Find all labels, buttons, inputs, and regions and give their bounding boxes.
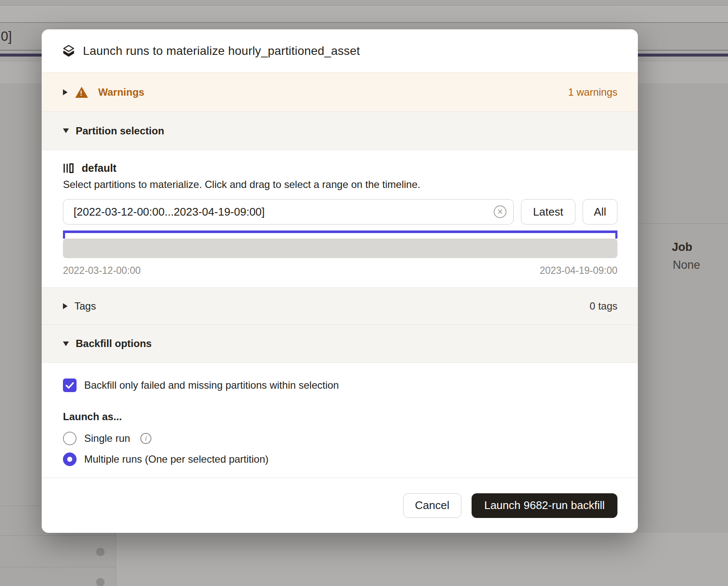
chevron-down-icon xyxy=(63,341,69,346)
partition-range-field: ✕ xyxy=(63,199,514,225)
warning-icon xyxy=(75,87,88,98)
launch-as-label: Launch as... xyxy=(63,411,617,423)
partition-selection-body: default Select partitions to materialize… xyxy=(42,150,638,287)
clear-selection-icon[interactable]: ✕ xyxy=(494,205,506,218)
partition-range-input[interactable] xyxy=(74,205,488,219)
tags-count: 0 tags xyxy=(590,300,617,312)
dialog-footer: Cancel Launch 9682-run backfill xyxy=(42,478,638,533)
multiple-runs-radio[interactable] xyxy=(63,452,77,466)
timeline-end-label: 2023-04-19-09:00 xyxy=(540,265,617,276)
backdrop-row-divider xyxy=(0,567,116,567)
backdrop-status-dot xyxy=(96,548,105,556)
chevron-right-icon xyxy=(63,89,68,95)
backfill-options-header: Backfill options xyxy=(76,338,152,350)
multiple-runs-label: Multiple runs (One per selected partitio… xyxy=(84,453,269,465)
materialize-layers-icon xyxy=(63,45,74,57)
latest-button[interactable]: Latest xyxy=(521,199,575,225)
backfill-options-toggle[interactable]: Backfill options xyxy=(42,324,638,362)
backdrop-job-column-label: Job xyxy=(672,241,692,254)
cancel-button[interactable]: Cancel xyxy=(403,493,461,518)
chevron-right-icon xyxy=(63,303,68,309)
timeline-start-label: 2022-03-12-00:00 xyxy=(63,265,141,276)
partition-icon xyxy=(63,162,74,174)
tags-section-toggle[interactable]: Tags 0 tags xyxy=(42,287,638,324)
warnings-section-toggle[interactable]: Warnings 1 warnings xyxy=(42,72,638,111)
backdrop-status-dot xyxy=(96,578,105,586)
partition-dimension-name: default xyxy=(82,162,117,174)
dialog-header: Launch runs to materialize hourly_partit… xyxy=(42,29,638,72)
backdrop-toolbar-band xyxy=(0,6,728,23)
selection-range-indicator[interactable] xyxy=(63,230,617,233)
tags-header: Tags xyxy=(74,300,96,312)
partition-description: Select partitions to materialize. Click … xyxy=(63,179,617,191)
warnings-count: 1 warnings xyxy=(568,86,617,98)
backdrop-panel xyxy=(116,533,728,586)
backdrop-row-divider xyxy=(638,223,728,224)
launch-backfill-button[interactable]: Launch 9682-run backfill xyxy=(472,493,617,518)
backdrop-partial-text: 0] xyxy=(1,29,12,44)
chevron-down-icon xyxy=(63,128,69,133)
dialog-title: Launch runs to materialize hourly_partit… xyxy=(83,44,360,58)
backfill-options-body: Backfill only failed and missing partiti… xyxy=(42,362,638,478)
single-run-label: Single run xyxy=(84,432,130,444)
info-icon[interactable]: i xyxy=(140,433,151,444)
backfill-only-failed-label: Backfill only failed and missing partiti… xyxy=(84,379,339,391)
warnings-label: Warnings xyxy=(98,86,144,98)
launch-backfill-dialog: Launch runs to materialize hourly_partit… xyxy=(42,29,638,533)
backdrop-row-divider xyxy=(0,535,116,536)
single-run-radio[interactable] xyxy=(63,432,77,445)
partition-selection-toggle[interactable]: Partition selection xyxy=(42,111,638,150)
backdrop-column-divider xyxy=(116,533,116,586)
partition-timeline-bar[interactable] xyxy=(63,239,617,258)
backfill-only-failed-checkbox[interactable] xyxy=(63,378,77,392)
backdrop-row-divider xyxy=(0,506,42,506)
partition-selection-header: Partition selection xyxy=(76,125,164,137)
all-button[interactable]: All xyxy=(583,199,617,225)
backdrop-job-value: None xyxy=(673,259,700,272)
